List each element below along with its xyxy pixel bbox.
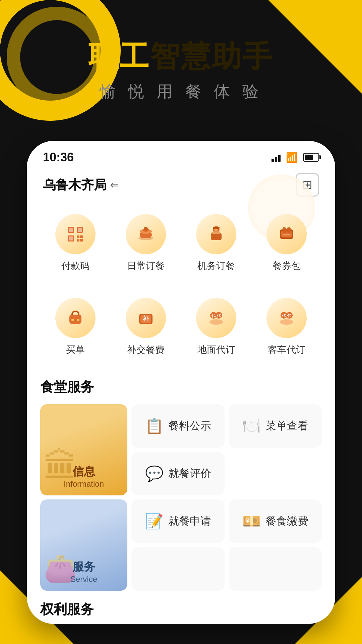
location-area[interactable]: 乌鲁木齐局 ⇐ (43, 176, 119, 194)
service-card-subtitle: Service (70, 575, 97, 584)
crew-order-svg (206, 224, 226, 244)
signal-icon (272, 153, 281, 162)
svg-text:代: 代 (282, 313, 286, 318)
meal-voucher-svg (277, 224, 297, 244)
svg-text:代: 代 (211, 313, 216, 318)
menu-icon: 🍽️ (242, 417, 261, 435)
svg-point-36 (280, 319, 293, 325)
icon-item-pay-supplement[interactable]: 补 补交餐费 (111, 288, 181, 366)
info-card-subtitle: Information (64, 479, 104, 489)
info-card-title: 信息 (72, 464, 95, 479)
review-label: 就餐评价 (168, 466, 211, 481)
bottom-section-title: 权利服务 (27, 595, 335, 619)
svg-rect-23 (287, 227, 291, 233)
location-arrow-icon: ⇐ (110, 178, 119, 191)
review-icon: 💬 (145, 465, 164, 482)
hero-subtitle: 愉 悦 用 餐 体 验 (0, 81, 362, 102)
svg-rect-17 (212, 231, 220, 234)
svg-point-31 (209, 319, 223, 325)
pay-supplement-icon-circle: 补 (126, 298, 166, 338)
apply-label: 就餐申请 (168, 514, 211, 529)
ingredients-button[interactable]: 📋 餐料公示 (131, 404, 225, 448)
daily-order-svg (136, 224, 156, 244)
hero-title-part2: 智慧助手 (150, 40, 274, 73)
meal-voucher-icon-circle (266, 214, 307, 254)
icon-item-buy-order[interactable]: 买单 (40, 288, 111, 366)
review-button[interactable]: 💬 就餐评价 (131, 452, 225, 495)
menu-button[interactable]: 🍽️ 菜单查看 (229, 404, 322, 448)
service-grid-1: 🏛 信息 Information 📋 餐料公示 🍽️ 菜单查看 💬 就餐评价 (40, 404, 322, 495)
svg-rect-5 (69, 236, 73, 240)
status-bar: 10:36 📶 (27, 141, 335, 168)
signal-bar-2 (275, 157, 277, 162)
crew-order-label: 机务订餐 (197, 260, 235, 272)
buy-order-label: 买单 (66, 343, 85, 356)
app-content: 付款码 日常订餐 (27, 205, 335, 591)
payment-button[interactable]: 💴 餐食缴费 (229, 499, 322, 543)
buy-order-icon-circle (55, 298, 96, 338)
crew-order-icon-circle (196, 214, 236, 254)
pay-supplement-label: 补交餐费 (127, 343, 165, 356)
svg-rect-25 (69, 315, 81, 324)
svg-text:代: 代 (217, 313, 221, 318)
svg-rect-22 (283, 227, 286, 233)
menu-label: 菜单查看 (265, 419, 308, 433)
phone-mockup: 10:36 📶 乌鲁木齐局 ⇐ ⊞ (27, 141, 335, 624)
bus-proxy-icon-circle: 代 代 (266, 298, 307, 338)
svg-rect-19 (213, 227, 220, 229)
buy-order-svg (65, 308, 85, 328)
icon-grid-row1: 付款码 日常订餐 (40, 205, 322, 282)
canteen-service-title: 食堂服务 (40, 372, 322, 404)
daily-order-label: 日常订餐 (127, 260, 165, 272)
wifi-icon: 📶 (286, 152, 298, 163)
service-grid-2: 👛 服务 Service 📝 就餐申请 💴 餐食缴费 (40, 499, 322, 591)
ingredients-icon: 📋 (145, 417, 164, 435)
svg-rect-14 (144, 227, 148, 231)
ground-proxy-label: 地面代订 (197, 343, 235, 356)
icon-item-meal-voucher[interactable]: 餐券包 (251, 205, 322, 282)
pay-code-label: 付款码 (61, 260, 89, 272)
ground-proxy-icon-circle: 代 代 (196, 298, 236, 338)
svg-text:代: 代 (287, 313, 292, 318)
pay-code-icon-circle (55, 214, 96, 254)
service-card-title: 服务 (72, 559, 95, 575)
svg-point-27 (77, 319, 79, 321)
icon-item-crew-order[interactable]: 机务订餐 (181, 205, 251, 282)
svg-text:补: 补 (142, 315, 149, 322)
daily-order-icon-circle (126, 214, 166, 254)
signal-bar-3 (278, 155, 281, 162)
hero-title-part1: 职工 (88, 40, 150, 73)
svg-rect-1 (69, 228, 73, 232)
svg-point-26 (71, 319, 74, 321)
svg-rect-7 (80, 235, 83, 238)
hero-section: 职工智慧助手 愉 悦 用 餐 体 验 (0, 40, 362, 102)
bus-proxy-label: 客车代订 (268, 343, 305, 356)
status-icons: 📶 (272, 152, 319, 163)
bus-proxy-svg: 代 代 (277, 308, 297, 328)
info-card[interactable]: 🏛 信息 Information (40, 404, 127, 495)
apply-icon: 📝 (145, 513, 164, 530)
payment-label: 餐食缴费 (265, 514, 308, 529)
service-card[interactable]: 👛 服务 Service (40, 499, 127, 591)
icon-item-daily-order[interactable]: 日常订餐 (111, 205, 181, 282)
status-time: 10:36 (43, 150, 74, 164)
icon-grid-row2: 买单 补 补交餐费 (40, 288, 322, 366)
icon-item-ground-proxy[interactable]: 代 代 地面代订 (181, 288, 251, 366)
pay-supplement-svg: 补 (136, 308, 156, 328)
payment-icon: 💴 (242, 513, 261, 530)
battery-icon (303, 153, 319, 162)
ground-proxy-svg: 代 代 (206, 308, 226, 328)
svg-rect-8 (77, 239, 79, 241)
svg-rect-9 (80, 239, 83, 241)
spacer-1 (131, 547, 225, 591)
pay-code-svg (65, 224, 85, 244)
icon-item-pay-code[interactable]: 付款码 (40, 205, 111, 282)
svg-rect-24 (283, 234, 291, 235)
hero-title: 职工智慧助手 (0, 40, 362, 73)
location-text: 乌鲁木齐局 (43, 176, 107, 194)
svg-rect-6 (77, 235, 79, 238)
icon-item-bus-proxy[interactable]: 代 代 客车代订 (251, 288, 322, 366)
battery-fill (305, 155, 313, 160)
apply-button[interactable]: 📝 就餐申请 (131, 499, 225, 543)
meal-voucher-label: 餐券包 (273, 260, 301, 272)
